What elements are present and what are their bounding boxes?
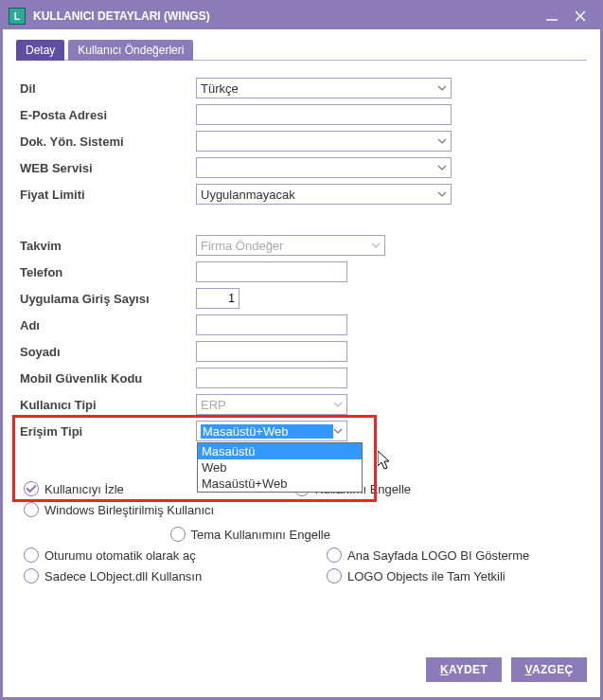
check-windows[interactable]: Windows Birleştirilmiş Kullanıcı bbox=[24, 502, 214, 517]
adi-input[interactable] bbox=[196, 314, 347, 335]
chevron-down-icon bbox=[437, 163, 447, 172]
save-button[interactable]: KAYDET bbox=[426, 657, 502, 682]
dil-label: Dil bbox=[16, 81, 196, 96]
tel-input[interactable] bbox=[196, 261, 347, 282]
erisim-selected-value: Masaüstü+Web bbox=[201, 424, 333, 439]
chevron-down-icon bbox=[437, 136, 447, 146]
mobil-label: Mobil Güvenlik Kodu bbox=[16, 371, 196, 386]
check-sadece[interactable]: Sadece LObject.dll Kullansın bbox=[24, 568, 298, 583]
tab-defaults[interactable]: Kullanıcı Öndeğerleri bbox=[68, 40, 193, 61]
window-title: KULLANICI DETAYLARI (WINGS) bbox=[33, 9, 210, 23]
check-izle[interactable]: Kullanıcıyı İzle bbox=[24, 481, 124, 496]
soyadi-label: Soyadı bbox=[16, 345, 196, 359]
check-oturum[interactable]: Oturumu otomatik olarak aç bbox=[24, 547, 298, 563]
kullanici-tipi-value: ERP bbox=[201, 398, 226, 412]
dys-select[interactable] bbox=[196, 131, 452, 152]
fiyat-value: Uygulanmayacak bbox=[201, 188, 295, 202]
chevron-down-icon bbox=[333, 400, 343, 409]
erisim-select[interactable]: Masaüstü+Web Masaüstü Web Masaüstü+Web bbox=[196, 421, 347, 441]
check-logobi-label: Ana Sayfada LOGO BI Gösterme bbox=[347, 548, 529, 563]
takvim-label: Takvim bbox=[16, 239, 196, 253]
minimize-icon bbox=[545, 9, 559, 23]
adi-label: Adı bbox=[16, 318, 196, 332]
chevron-down-icon bbox=[371, 241, 381, 250]
soyadi-input[interactable] bbox=[196, 341, 347, 362]
checkbox-icon bbox=[24, 547, 39, 563]
check-logoobj-label: LOGO Objects ile Tam Yetkili bbox=[347, 569, 505, 583]
tel-label: Telefon bbox=[16, 265, 196, 279]
giris-input[interactable] bbox=[196, 288, 239, 309]
chevron-down-icon bbox=[437, 189, 447, 199]
erisim-dropdown[interactable]: Masaüstü Web Masaüstü+Web bbox=[197, 442, 363, 493]
check-logoobj[interactable]: LOGO Objects ile Tam Yetkili bbox=[327, 568, 505, 583]
erisim-label: Erişim Tipi bbox=[16, 424, 196, 439]
close-button[interactable] bbox=[566, 7, 594, 26]
checkbox-area: Kullanıcıyı İzle Kullanımı Engelle Windo… bbox=[16, 481, 587, 583]
web-label: WEB Servisi bbox=[16, 161, 196, 175]
checkbox-icon bbox=[170, 527, 186, 542]
check-tema[interactable]: Tema Kullanımını Engelle bbox=[170, 527, 330, 542]
check-oturum-label: Oturumu otomatik olarak aç bbox=[44, 548, 196, 563]
checkbox-icon bbox=[24, 568, 39, 583]
web-select[interactable] bbox=[196, 157, 452, 178]
giris-label: Uygulama Giriş Sayısı bbox=[16, 292, 196, 306]
app-icon: L bbox=[9, 8, 26, 25]
dil-select[interactable]: Türkçe bbox=[196, 78, 452, 99]
check-tema-label: Tema Kullanımını Engelle bbox=[191, 528, 330, 542]
kullanici-tipi-label: Kullanıcı Tipi bbox=[16, 398, 196, 412]
check-windows-label: Windows Birleştirilmiş Kullanıcı bbox=[44, 503, 214, 517]
window-root: L KULLANICI DETAYLARI (WINGS) Detay Kull… bbox=[0, 0, 603, 700]
kullanici-tipi-select[interactable]: ERP bbox=[196, 394, 347, 415]
erisim-option-masaustuweb[interactable]: Masaüstü+Web bbox=[198, 476, 362, 492]
eposta-input[interactable] bbox=[196, 104, 452, 125]
tab-detail[interactable]: Detay bbox=[16, 40, 64, 61]
checkbox-icon bbox=[24, 502, 39, 517]
cursor-icon bbox=[378, 451, 393, 475]
takvim-value: Firma Öndeğer bbox=[201, 239, 283, 253]
tab-bar: Detay Kullanıcı Öndeğerleri bbox=[16, 39, 587, 61]
footer: KAYDET VAZGEÇ bbox=[16, 654, 587, 684]
checkbox-icon bbox=[327, 547, 342, 563]
check-sadece-label: Sadece LObject.dll Kullansın bbox=[44, 569, 202, 583]
fiyat-label: Fiyat Limiti bbox=[16, 188, 196, 202]
checkbox-icon bbox=[327, 568, 342, 583]
eposta-label: E-Posta Adresi bbox=[16, 108, 196, 122]
dys-label: Dok. Yön. Sistemi bbox=[16, 135, 196, 149]
takvim-select[interactable]: Firma Öndeğer bbox=[196, 235, 385, 256]
checkbox-icon bbox=[24, 481, 39, 496]
fiyat-select[interactable]: Uygulanmayacak bbox=[196, 184, 452, 205]
titlebar: L KULLANICI DETAYLARI (WINGS) bbox=[3, 3, 600, 29]
mobil-input[interactable] bbox=[196, 368, 347, 388]
minimize-button[interactable] bbox=[538, 7, 566, 26]
erisim-option-web[interactable]: Web bbox=[198, 459, 362, 476]
check-izle-label: Kullanıcıyı İzle bbox=[44, 482, 124, 496]
check-logobi[interactable]: Ana Sayfada LOGO BI Gösterme bbox=[327, 547, 529, 563]
content-area: Detay Kullanıcı Öndeğerleri Dil Türkçe E… bbox=[3, 29, 600, 697]
dil-value: Türkçe bbox=[201, 81, 239, 96]
chevron-down-icon bbox=[437, 83, 447, 93]
erisim-option-masaustu[interactable]: Masaüstü bbox=[198, 443, 362, 459]
chevron-down-icon bbox=[333, 426, 343, 436]
close-icon bbox=[574, 9, 587, 23]
cancel-button[interactable]: VAZGEÇ bbox=[511, 657, 587, 682]
form-body: Dil Türkçe E-Posta Adresi Dok. Yön. Sist… bbox=[16, 61, 587, 654]
